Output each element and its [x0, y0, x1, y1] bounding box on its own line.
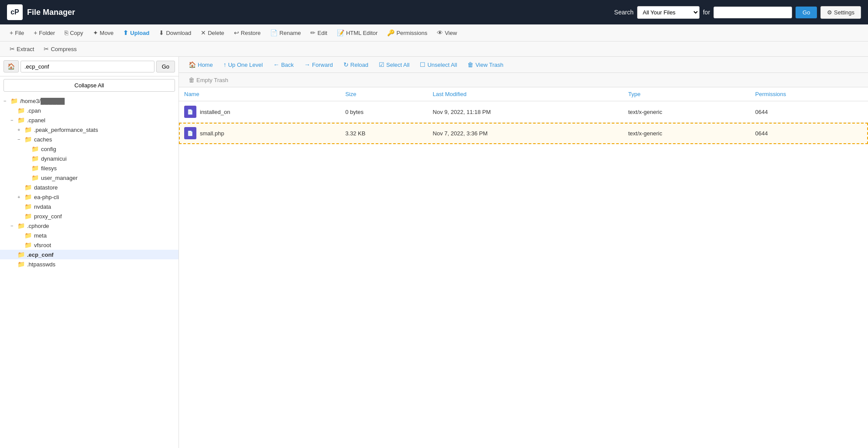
toggle-icon-config — [24, 146, 30, 152]
settings-button[interactable]: ⚙ Settings — [820, 6, 861, 19]
edit-icon: ✏ — [310, 29, 316, 36]
sidebar-go-button[interactable]: Go — [156, 61, 175, 72]
sidebar-item-cpanel[interactable]: − 📁 .cpanel — [0, 115, 178, 125]
toggle-icon-user-manager — [24, 175, 30, 180]
toggle-icon-home3: − — [3, 98, 9, 103]
sidebar-item-config[interactable]: 📁 config — [0, 144, 178, 154]
sidebar-item-cphorde[interactable]: − 📁 .cphorde — [0, 221, 178, 231]
toggle-icon-vfsroot — [17, 242, 23, 248]
sidebar: 🏠 Go Collapse All − 📁 /home3/██████ 📁 .c… — [0, 57, 179, 448]
move-button[interactable]: ✦ Move — [89, 27, 118, 38]
sidebar-item-dynamicui[interactable]: 📁 dynamicui — [0, 154, 178, 163]
permissions-button[interactable]: 🔑 Permissions — [383, 27, 432, 38]
compress-button[interactable]: ✂ Compress — [39, 43, 81, 55]
reload-button[interactable]: ↻ Reload — [339, 59, 373, 70]
copy-button[interactable]: ⎘ Copy — [60, 27, 87, 38]
sidebar-item-ecp-conf[interactable]: 📁 .ecp_conf — [0, 250, 178, 259]
rename-icon: 📄 — [270, 29, 278, 36]
edit-button[interactable]: ✏ Edit — [306, 27, 331, 38]
file-table-header: Name Size Last Modified Type Permissions — [179, 87, 868, 101]
table-row[interactable]: 📄 small.php 3.32 KB Nov 7, 2022, 3:36 PM… — [179, 123, 868, 144]
collapse-all-button[interactable]: Collapse All — [3, 79, 175, 92]
sidebar-item-nvdata[interactable]: 📁 nvdata — [0, 202, 178, 211]
empty-trash-label: Empty Trash — [196, 77, 228, 83]
restore-button[interactable]: ↩ Restore — [230, 27, 265, 38]
search-input[interactable] — [714, 7, 792, 18]
forward-button[interactable]: → Forward — [300, 59, 337, 70]
sidebar-item-label-cphorde: .cphorde — [27, 223, 49, 229]
sidebar-item-caches[interactable]: − 📁 caches — [0, 134, 178, 144]
search-scope-select[interactable]: All Your Files Public HTML Only Public F… — [637, 6, 700, 19]
col-last-modified[interactable]: Last Modified — [428, 87, 623, 101]
select-all-label: Select All — [386, 62, 409, 68]
sidebar-item-user-manager[interactable]: 📁 user_manager — [0, 173, 178, 183]
file-modified-installed-on: Nov 9, 2022, 11:18 PM — [428, 101, 623, 123]
view-icon: 👁 — [437, 29, 443, 36]
toggle-icon-cpanel: − — [10, 117, 16, 123]
sidebar-item-meta[interactable]: 📁 meta — [0, 231, 178, 240]
app-title: File Manager — [27, 8, 75, 17]
empty-trash-button[interactable]: 🗑 Empty Trash — [184, 75, 233, 85]
back-button[interactable]: ← Back — [269, 59, 298, 70]
sidebar-item-label-config: config — [41, 146, 56, 152]
folder-icon-user-manager: 📁 — [31, 174, 39, 181]
sidebar-item-label-cpanel: .cpanel — [27, 117, 45, 124]
rename-button[interactable]: 📄 Rename — [266, 27, 305, 38]
sidebar-item-peak-performance[interactable]: + 📁 .peak_performance_stats — [0, 125, 178, 134]
new-folder-button[interactable]: + Folder — [29, 27, 59, 38]
delete-button[interactable]: ✕ Delete — [196, 27, 229, 38]
col-name[interactable]: Name — [179, 87, 340, 101]
toggle-icon-dynamicui — [24, 156, 30, 161]
sidebar-home-button[interactable]: 🏠 — [3, 60, 19, 72]
upload-button[interactable]: ⬆ Upload — [119, 27, 154, 38]
file-name-installed-on: installed_on — [200, 109, 230, 115]
toggle-icon-htpasswds — [10, 262, 16, 267]
up-level-icon: ↑ — [223, 61, 226, 68]
home-nav-button[interactable]: 🏠 Home — [184, 59, 217, 70]
sidebar-item-vfsroot[interactable]: 📁 vfsroot — [0, 240, 178, 250]
sidebar-item-label-user-manager: user_manager — [41, 175, 78, 181]
file-nav-bar: 🏠 Home ↑ Up One Level ← Back → Forward ↻… — [179, 57, 868, 73]
cpanel-logo-icon: cP — [7, 4, 23, 20]
file-name-cell-small-php: 📄 small.php — [184, 127, 335, 139]
folder-icon-meta: 📁 — [24, 232, 32, 239]
app-logo: cP File Manager — [7, 4, 75, 20]
sidebar-item-proxy-conf[interactable]: 📁 proxy_conf — [0, 211, 178, 221]
folder-icon-proxy-conf: 📁 — [24, 213, 32, 220]
folder-icon-vfsroot: 📁 — [24, 241, 32, 248]
download-button[interactable]: ⬇ Download — [154, 27, 196, 38]
col-type[interactable]: Type — [623, 87, 750, 101]
up-one-level-button[interactable]: ↑ Up One Level — [219, 59, 268, 70]
sidebar-item-filesys[interactable]: 📁 filesys — [0, 163, 178, 173]
file-perms-small-php: 0644 — [750, 123, 868, 144]
sidebar-item-cpan[interactable]: 📁 .cpan — [0, 106, 178, 115]
view-button[interactable]: 👁 View — [432, 27, 461, 38]
view-trash-button[interactable]: 🗑 View Trash — [463, 59, 508, 70]
table-row[interactable]: 📄 installed_on 0 bytes Nov 9, 2022, 11:1… — [179, 101, 868, 123]
sidebar-item-home3[interactable]: − 📁 /home3/██████ — [0, 96, 178, 106]
download-label: Download — [166, 30, 191, 36]
sidebar-path-input[interactable] — [21, 61, 154, 72]
sidebar-item-label-peak-performance: .peak_performance_stats — [34, 127, 98, 133]
sidebar-item-label-home3: /home3/██████ — [20, 98, 65, 104]
permissions-label: Permissions — [396, 30, 427, 36]
select-all-button[interactable]: ☑ Select All — [374, 59, 414, 70]
search-go-button[interactable]: Go — [796, 7, 817, 18]
unselect-all-button[interactable]: ☐ Unselect All — [415, 59, 461, 70]
toggle-icon-peak-performance: + — [17, 127, 23, 132]
file-type-installed-on: text/x-generic — [623, 101, 750, 123]
col-size[interactable]: Size — [340, 87, 427, 101]
html-editor-button[interactable]: 📝 HTML Editor — [333, 27, 382, 38]
file-list: Name Size Last Modified Type Permissions… — [179, 87, 868, 448]
extract-button[interactable]: ✂ Extract — [5, 43, 38, 55]
sidebar-item-datastore[interactable]: 📁 datastore — [0, 183, 178, 192]
new-folder-label: Folder — [39, 30, 55, 36]
sidebar-item-htpasswds[interactable]: 📁 .htpasswds — [0, 259, 178, 269]
back-icon: ← — [273, 61, 279, 68]
sidebar-item-ea-php-cli[interactable]: + 📁 ea-php-cli — [0, 192, 178, 202]
col-permissions[interactable]: Permissions — [750, 87, 868, 101]
upload-icon: ⬆ — [123, 29, 128, 36]
new-file-button[interactable]: + File — [5, 27, 28, 38]
folder-icon-dynamicui: 📁 — [31, 155, 39, 162]
reload-label: Reload — [350, 62, 368, 68]
